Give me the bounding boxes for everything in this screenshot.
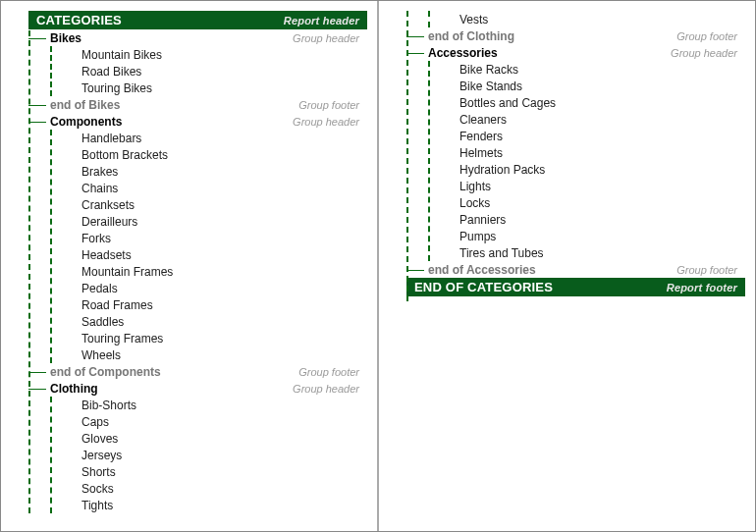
group-header-bikes: Bikes Group header <box>28 29 367 46</box>
tick-icon <box>28 105 46 106</box>
list-item: Mountain Frames <box>68 263 367 280</box>
list-item: Cranksets <box>68 196 367 213</box>
tick-icon <box>28 389 46 390</box>
list-item: Road Bikes <box>68 63 367 80</box>
group-title: Bikes <box>50 31 81 45</box>
group-header-ann: Group header <box>293 116 359 128</box>
group-header-ann: Group header <box>293 383 359 395</box>
group-header-accessories: Accessories Group header <box>406 44 745 61</box>
group-footer-clothing: end of Clothing Group footer <box>406 27 745 44</box>
list-item: Hydration Packs <box>446 161 745 178</box>
list-item: Road Frames <box>68 296 367 313</box>
list-item: Bike Racks <box>446 61 745 78</box>
list-item: Panniers <box>446 211 745 228</box>
list-item: Tights <box>68 497 367 513</box>
group-footer-bikes: end of Bikes Group footer <box>28 96 367 113</box>
tick-icon <box>406 270 424 271</box>
group-footer-ann: Group footer <box>298 99 359 111</box>
group-footer-ann: Group footer <box>676 30 737 42</box>
list-item: Jerseys <box>68 447 367 463</box>
list-item: Pumps <box>446 228 745 244</box>
group-title: Accessories <box>428 46 498 60</box>
tick-icon <box>28 372 46 373</box>
list-item: Mountain Bikes <box>68 46 367 63</box>
group-header-components: Components Group header <box>28 113 367 130</box>
group-header-ann: Group header <box>671 47 737 59</box>
list-item: Bib-Shorts <box>68 397 367 413</box>
list-item: Helmets <box>446 144 745 161</box>
group-title: Components <box>50 115 122 129</box>
list-item: Wheels <box>68 346 367 363</box>
list-item: Lights <box>446 178 745 194</box>
report-header-title: CATEGORIES <box>36 13 122 27</box>
column-1: CATEGORIES Report header Bikes Group hea… <box>1 1 377 531</box>
group-header-ann: Group header <box>293 32 359 44</box>
list-item: Locks <box>446 194 745 211</box>
report-columns: CATEGORIES Report header Bikes Group hea… <box>1 1 755 531</box>
list-item: Pedals <box>68 280 367 296</box>
list-item: Bike Stands <box>446 78 745 94</box>
group-body-bikes: Mountain Bikes Road Bikes Touring Bikes <box>50 46 367 96</box>
group-body-components: Handlebars Bottom Brackets Brakes Chains… <box>50 130 367 363</box>
list-item: Brakes <box>68 163 367 180</box>
group-title: Clothing <box>50 382 98 396</box>
list-item: Cleaners <box>446 111 745 128</box>
group-body-clothing: Bib-Shorts Caps Gloves Jerseys Shorts So… <box>50 397 367 513</box>
group-end-title: end of Bikes <box>50 98 120 112</box>
group-header-clothing: Clothing Group header <box>28 380 367 397</box>
list-item: Gloves <box>68 430 367 447</box>
group-footer-ann: Group footer <box>676 264 737 276</box>
list-item: Fenders <box>446 128 745 144</box>
report-footer-title: END OF CATEGORIES <box>414 280 553 294</box>
list-item: Touring Frames <box>68 330 367 346</box>
tick-icon <box>28 38 46 39</box>
list-item: Chains <box>68 180 367 196</box>
group-footer-components: end of Components Group footer <box>28 363 367 380</box>
list-item: Socks <box>68 480 367 497</box>
tick-icon <box>28 122 46 123</box>
list-item: Tires and Tubes <box>446 244 745 261</box>
tick-icon <box>406 36 424 37</box>
group-footer-accessories: end of Accessories Group footer <box>406 261 745 278</box>
report-header-ann: Report header <box>284 15 359 27</box>
group-footer-ann: Group footer <box>298 366 359 378</box>
list-item: Derailleurs <box>68 213 367 230</box>
list-item: Forks <box>68 230 367 246</box>
group-end-title: end of Accessories <box>428 263 536 277</box>
list-item: Shorts <box>68 463 367 480</box>
group-body-accessories: Bike Racks Bike Stands Bottles and Cages… <box>428 61 745 261</box>
group-end-title: end of Clothing <box>428 29 514 43</box>
report-header-bar: CATEGORIES Report header <box>28 11 367 29</box>
list-item: Bottles and Cages <box>446 94 745 111</box>
list-item: Bottom Brackets <box>68 146 367 163</box>
group-end-title: end of Components <box>50 365 161 379</box>
list-item: Vests <box>446 11 745 27</box>
list-item: Headsets <box>68 246 367 263</box>
list-item: Saddles <box>68 313 367 330</box>
list-item: Handlebars <box>68 130 367 146</box>
list-item: Caps <box>68 413 367 430</box>
tick-icon <box>406 53 424 54</box>
column-2: Vests end of Clothing Group footer Acces… <box>379 1 755 531</box>
group-body-clothing-cont: Vests <box>428 11 745 27</box>
list-item: Touring Bikes <box>68 80 367 96</box>
report-footer-ann: Report footer <box>667 282 737 293</box>
report-footer-bar: END OF CATEGORIES Report footer <box>406 278 745 296</box>
